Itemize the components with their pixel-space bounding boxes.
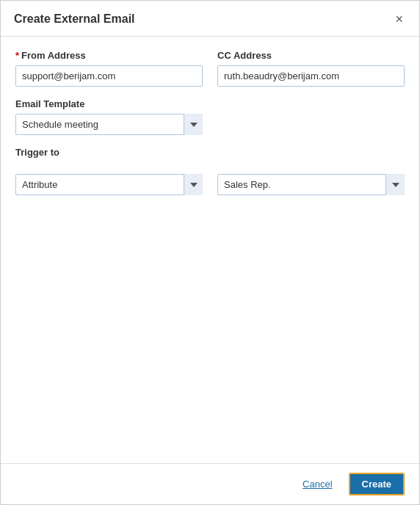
trigger-to-right-group: Sales Rep.	[217, 174, 405, 195]
cc-address-label: CC Address	[217, 50, 405, 61]
cc-address-input[interactable]	[217, 65, 405, 87]
dialog-body: *From Address CC Address Email Template …	[1, 37, 419, 463]
from-cc-row: *From Address CC Address	[15, 50, 405, 87]
trigger-to-left-group: Attribute	[15, 174, 203, 195]
required-star: *	[15, 50, 19, 61]
dialog-footer: Cancel Create	[1, 463, 419, 504]
from-address-label: *From Address	[15, 50, 203, 61]
dialog-header: Create External Email ×	[1, 1, 419, 37]
email-template-label: Email Template	[15, 98, 203, 109]
cancel-button[interactable]: Cancel	[295, 474, 339, 494]
email-template-select[interactable]: Schedule meeting	[15, 114, 203, 135]
email-template-row: Email Template Schedule meeting	[15, 98, 405, 135]
dialog-title: Create External Email	[14, 12, 135, 26]
trigger-to-left-select-wrapper: Attribute	[15, 174, 203, 195]
trigger-to-right-select-wrapper: Sales Rep.	[217, 174, 405, 195]
email-template-select-wrapper: Schedule meeting	[15, 114, 203, 135]
from-address-input[interactable]	[15, 65, 203, 87]
trigger-to-label-row: Trigger to	[15, 147, 405, 162]
create-external-email-dialog: Create External Email × *From Address CC…	[0, 0, 420, 505]
email-template-spacer	[217, 98, 405, 135]
from-address-group: *From Address	[15, 50, 203, 87]
trigger-to-label: Trigger to	[15, 147, 405, 158]
create-button[interactable]: Create	[349, 473, 405, 495]
email-template-group: Email Template Schedule meeting	[15, 98, 203, 135]
trigger-to-row: Attribute Sales Rep.	[15, 174, 405, 195]
cc-address-group: CC Address	[217, 50, 405, 87]
trigger-to-right-select[interactable]: Sales Rep.	[217, 174, 405, 195]
trigger-to-label-group: Trigger to	[15, 147, 405, 162]
trigger-to-left-select[interactable]: Attribute	[15, 174, 203, 195]
close-button[interactable]: ×	[392, 11, 406, 27]
